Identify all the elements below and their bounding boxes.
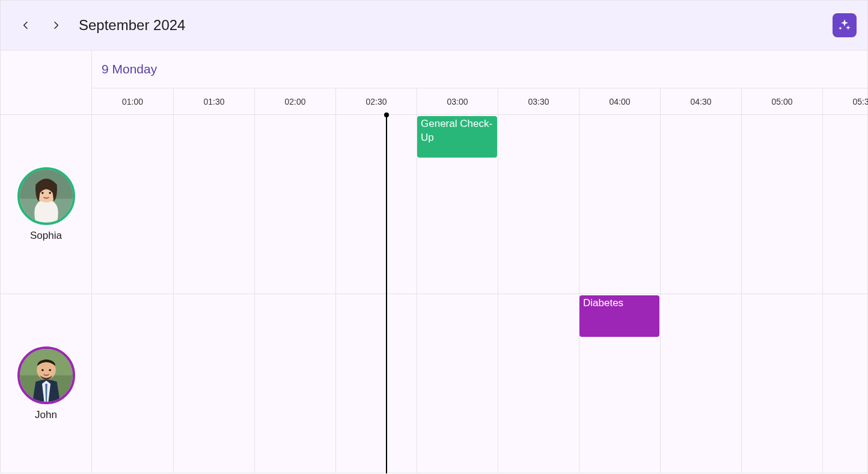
scheduler: SophiaJohn 9 Monday 01:0001:3002:0002:30…: [0, 51, 868, 473]
next-button[interactable]: [44, 13, 68, 37]
time-header-cell: 02:00: [254, 88, 335, 114]
schedule-row: General Check-Up: [92, 115, 867, 294]
date-header[interactable]: 9 Monday: [92, 51, 867, 88]
schedule-cell[interactable]: [92, 294, 173, 473]
schedule-cell[interactable]: [417, 294, 498, 473]
resource-name: Sophia: [30, 230, 62, 242]
time-header-cell: 03:00: [417, 88, 498, 114]
schedule-cell[interactable]: [92, 115, 173, 294]
appointment[interactable]: General Check-Up: [417, 116, 497, 158]
resource-header-blank: [1, 51, 91, 115]
schedule-row: Diabetes: [92, 294, 867, 473]
time-header-cell: 05:30: [822, 88, 868, 114]
chevron-left-icon: [21, 20, 31, 30]
time-header-cell: 04:30: [660, 88, 741, 114]
time-header-cell: 05:00: [741, 88, 822, 114]
schedule-cell[interactable]: [335, 294, 417, 473]
resource-cell[interactable]: John: [1, 294, 91, 473]
schedule-cell[interactable]: [579, 115, 660, 294]
schedule-cell[interactable]: [498, 115, 579, 294]
svg-point-8: [41, 369, 44, 371]
chevron-right-icon: [51, 20, 61, 30]
prev-button[interactable]: [14, 13, 38, 37]
svg-point-4: [49, 191, 51, 194]
schedule-cell[interactable]: [822, 115, 868, 294]
avatar: [17, 346, 75, 404]
schedule-cell[interactable]: [254, 115, 335, 294]
schedule-cell[interactable]: [173, 115, 254, 294]
sparkle-icon: [837, 18, 852, 32]
resource-name: John: [35, 409, 57, 421]
time-header-cell: 02:30: [335, 88, 417, 114]
schedule-cell[interactable]: [822, 294, 868, 473]
grid-area: 9 Monday 01:0001:3002:0002:3003:0003:300…: [92, 51, 867, 473]
appointment[interactable]: Diabetes: [579, 295, 659, 337]
schedule-cell[interactable]: [660, 115, 741, 294]
toolbar: September 2024: [0, 0, 868, 51]
schedule-cell[interactable]: [335, 115, 417, 294]
schedule-cell[interactable]: [741, 294, 822, 473]
schedule-cell[interactable]: [254, 294, 335, 473]
time-header-cell: 03:30: [498, 88, 579, 114]
resource-cell[interactable]: Sophia: [1, 115, 91, 294]
svg-point-9: [49, 369, 51, 371]
avatar: [17, 167, 75, 225]
ai-assist-button[interactable]: [833, 13, 857, 37]
schedule-cell[interactable]: [498, 294, 579, 473]
resource-column: SophiaJohn: [1, 51, 92, 473]
time-header: 01:0001:3002:0002:3003:0003:3004:0004:30…: [92, 88, 867, 115]
time-header-cell: 04:00: [579, 88, 660, 114]
svg-point-3: [41, 191, 44, 194]
schedule-cell[interactable]: [660, 294, 741, 473]
time-header-cell: 01:00: [92, 88, 173, 114]
schedule-cell[interactable]: [741, 115, 822, 294]
time-header-cell: 01:30: [173, 88, 254, 114]
schedule-cell[interactable]: [173, 294, 254, 473]
header-title: September 2024: [79, 17, 185, 34]
